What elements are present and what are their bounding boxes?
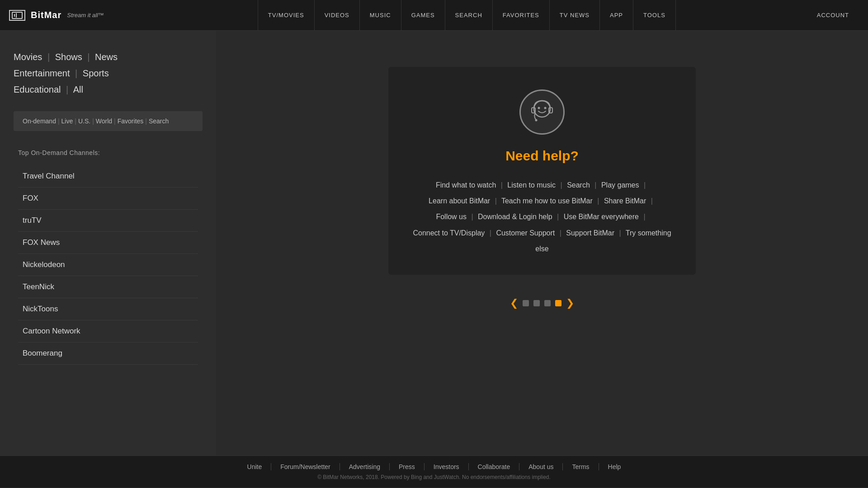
main-container: Movies | Shows | News Entertainment | Sp…: [0, 31, 868, 455]
nav-item-games[interactable]: GAMES: [401, 0, 445, 31]
help-link-search[interactable]: Search: [567, 181, 590, 189]
tagline: Stream it all™: [67, 12, 104, 19]
logo-text: BitMar: [31, 10, 61, 20]
sep2: |: [87, 52, 90, 62]
help-link-follow[interactable]: Follow us: [436, 213, 467, 221]
hs12: |: [560, 229, 561, 237]
hs4: |: [644, 181, 646, 189]
footer: Unite Forum/Newsletter Advertising Press…: [0, 455, 868, 488]
help-title: Need help?: [505, 148, 579, 164]
hs7: |: [651, 197, 653, 205]
category-entertainment[interactable]: Entertainment: [14, 68, 70, 78]
help-link-find-watch[interactable]: Find what to watch: [436, 181, 496, 189]
help-link-learn[interactable]: Learn about BitMar: [429, 197, 490, 205]
logo-icon: [9, 10, 25, 21]
help-link-everywhere[interactable]: Use BitMar everywhere: [564, 213, 639, 221]
hs11: |: [490, 229, 491, 237]
category-nav: Movies | Shows | News Entertainment | Sp…: [14, 49, 203, 98]
hs10: |: [643, 213, 645, 221]
subnav-on-demand[interactable]: On-demand: [23, 117, 56, 125]
hs9: |: [557, 213, 559, 221]
sub-sep5: |: [145, 117, 147, 125]
category-shows[interactable]: Shows: [55, 52, 82, 62]
nav-item-tv-news[interactable]: TV NEWS: [550, 0, 600, 31]
dot-4[interactable]: [555, 300, 561, 306]
subnav-favorites[interactable]: Favorites: [118, 117, 144, 125]
nav-item-app[interactable]: APP: [600, 0, 633, 31]
prev-arrow[interactable]: ❮: [510, 297, 518, 309]
svg-rect-0: [12, 12, 22, 19]
sub-sep1: |: [58, 117, 60, 125]
footer-links: Unite Forum/Newsletter Advertising Press…: [238, 463, 630, 470]
subnav-us[interactable]: U.S.: [78, 117, 90, 125]
footer-advertising[interactable]: Advertising: [340, 463, 390, 470]
nav-item-tv-movies[interactable]: TV/MOVIES: [258, 0, 315, 31]
dot-2[interactable]: [533, 300, 540, 306]
channel-fox[interactable]: FOX: [18, 188, 198, 210]
category-educational[interactable]: Educational: [14, 84, 61, 94]
hs13: |: [619, 229, 621, 237]
category-movies[interactable]: Movies: [14, 52, 42, 62]
nav-item-music[interactable]: MUSIC: [360, 0, 401, 31]
footer-about[interactable]: About us: [519, 463, 563, 470]
sub-sep2: |: [75, 117, 76, 125]
hs8: |: [471, 213, 473, 221]
footer-unite[interactable]: Unite: [238, 463, 272, 470]
subnav-live[interactable]: Live: [61, 117, 73, 125]
svg-point-8: [535, 119, 538, 122]
hs3: |: [594, 181, 596, 189]
channel-cartoon[interactable]: Cartoon Network: [18, 320, 198, 343]
sep3: |: [75, 68, 77, 78]
svg-point-4: [538, 107, 540, 109]
subnav-search[interactable]: Search: [149, 117, 169, 125]
channel-nicktoons[interactable]: NickToons: [18, 298, 198, 320]
svg-point-5: [544, 107, 547, 109]
footer-forum[interactable]: Forum/Newsletter: [271, 463, 340, 470]
channel-travel[interactable]: Travel Channel: [18, 165, 198, 188]
logo-area: BitMar Stream it all™: [9, 10, 127, 21]
sep1: |: [47, 52, 50, 62]
help-link-connect-tv[interactable]: Connect to TV/Display: [413, 229, 485, 237]
next-arrow[interactable]: ❯: [566, 297, 574, 309]
support-avatar: [519, 89, 565, 135]
footer-collaborate[interactable]: Collaborate: [469, 463, 520, 470]
help-link-share[interactable]: Share BitMar: [604, 197, 646, 205]
footer-press[interactable]: Press: [390, 463, 425, 470]
help-link-teach[interactable]: Teach me how to use BitMar: [501, 197, 593, 205]
channel-boomerang[interactable]: Boomerang: [18, 343, 198, 365]
nav-item-videos[interactable]: VIDEOS: [315, 0, 360, 31]
help-card: Need help? Find what to watch | Listen t…: [388, 67, 696, 275]
nav-item-tools[interactable]: TOOLS: [633, 0, 676, 31]
nav-item-search[interactable]: SEARCH: [445, 0, 493, 31]
sub-sep3: |: [92, 117, 94, 125]
nav-item-favorites[interactable]: FAVORITES: [493, 0, 550, 31]
channel-trutv[interactable]: truTV: [18, 210, 198, 232]
channel-nickelodeon[interactable]: Nickelodeon: [18, 254, 198, 276]
sub-navigation: On-demand | Live | U.S. | World | Favori…: [14, 111, 203, 131]
dot-3[interactable]: [544, 300, 551, 306]
channel-fox-news[interactable]: FOX News: [18, 232, 198, 254]
footer-investors[interactable]: Investors: [425, 463, 469, 470]
category-all[interactable]: All: [73, 84, 83, 94]
help-link-support-bitmar[interactable]: Support BitMar: [566, 229, 614, 237]
nav-account[interactable]: ACCOUNT: [807, 0, 859, 31]
category-sports[interactable]: Sports: [83, 68, 109, 78]
footer-help[interactable]: Help: [599, 463, 630, 470]
help-link-play-games[interactable]: Play games: [601, 181, 639, 189]
hs5: |: [495, 197, 497, 205]
category-news[interactable]: News: [95, 52, 118, 62]
subnav-world[interactable]: World: [96, 117, 112, 125]
help-link-download[interactable]: Download & Login help: [478, 213, 552, 221]
channel-teennick[interactable]: TeenNick: [18, 276, 198, 298]
help-link-customer-support[interactable]: Customer Support: [496, 229, 555, 237]
help-link-music[interactable]: Listen to music: [507, 181, 556, 189]
sep4: |: [66, 84, 68, 94]
channels-section: Top On-Demand Channels: Travel Channel F…: [14, 149, 203, 365]
dot-1[interactable]: [523, 300, 529, 306]
footer-copyright: © BitMar Networks, 2018. Powered by Bing…: [317, 474, 551, 480]
footer-terms[interactable]: Terms: [563, 463, 599, 470]
hs2: |: [561, 181, 562, 189]
content-area: Need help? Find what to watch | Listen t…: [216, 31, 868, 455]
nav-links: TV/MOVIES VIDEOS MUSIC GAMES SEARCH FAVO…: [127, 0, 807, 31]
channels-title: Top On-Demand Channels:: [18, 149, 198, 156]
